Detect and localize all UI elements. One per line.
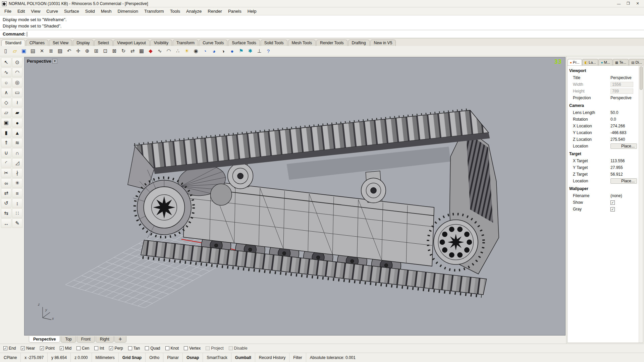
- render-ghosted-sphere-icon[interactable]: ◑: [219, 47, 227, 55]
- render-car-icon[interactable]: ◆: [146, 47, 155, 55]
- tab-select[interactable]: Select: [94, 40, 113, 46]
- viewport-tab-perspective[interactable]: Perspective: [29, 336, 60, 343]
- property-value[interactable]: Place...: [610, 143, 637, 149]
- viewport-title[interactable]: Perspective ▼: [27, 59, 57, 64]
- array-icon[interactable]: ∷: [12, 208, 22, 218]
- property-value[interactable]: 275.540: [610, 137, 639, 142]
- perspective-viewport[interactable]: Perspective ▼ 33 z y x: [24, 57, 566, 336]
- curve-icon[interactable]: ∿: [1, 68, 11, 77]
- menu-edit[interactable]: Edit: [14, 8, 28, 15]
- status-filter[interactable]: Filter: [289, 353, 306, 362]
- close-button[interactable]: ✕: [633, 1, 642, 7]
- open-file-icon[interactable]: ▱: [10, 47, 19, 55]
- ellipse-icon[interactable]: ◎: [12, 78, 22, 87]
- print-icon[interactable]: ▤: [29, 47, 37, 55]
- osnap-checkbox[interactable]: [229, 346, 233, 350]
- extrude-icon[interactable]: ⇑: [1, 138, 11, 147]
- zoom-selected-icon[interactable]: ⊡: [101, 47, 110, 55]
- copy-icon[interactable]: ≣: [47, 47, 55, 55]
- points-on-icon[interactable]: ∴: [173, 47, 182, 55]
- status-record-history[interactable]: Record History: [255, 353, 289, 362]
- menu-mesh[interactable]: Mesh: [98, 8, 115, 15]
- panel-tab-layers[interactable]: ◧ La...: [582, 59, 598, 65]
- property-value[interactable]: (none): [610, 193, 639, 198]
- freeform-icon[interactable]: ≀: [12, 98, 22, 107]
- status-x[interactable]: x -275.097: [21, 353, 48, 362]
- section-viewport[interactable]: Viewport: [568, 67, 639, 74]
- menu-analyze[interactable]: Analyze: [183, 8, 205, 15]
- delete-icon[interactable]: ✕: [38, 47, 46, 55]
- status-units[interactable]: Millimeters: [92, 353, 119, 362]
- menu-help[interactable]: Help: [245, 8, 260, 15]
- row-y-target[interactable]: Y Target 27.955: [568, 164, 639, 171]
- osnap-checkbox[interactable]: [3, 346, 7, 350]
- move-object-icon[interactable]: ⇄: [1, 188, 11, 198]
- chamfer-icon[interactable]: ◿: [12, 158, 22, 168]
- save-file-icon[interactable]: ▣: [19, 47, 28, 55]
- menu-render[interactable]: Render: [205, 8, 225, 15]
- light-icon[interactable]: ☀: [182, 47, 191, 55]
- minimize-button[interactable]: —: [614, 1, 623, 7]
- osnap-project[interactable]: Project: [206, 346, 223, 351]
- point-icon[interactable]: ⊙: [12, 58, 22, 67]
- flag-icon[interactable]: ⚑: [237, 47, 246, 55]
- row-gray[interactable]: Gray ✓: [568, 206, 639, 213]
- boolean-union-icon[interactable]: ∪: [1, 148, 11, 158]
- polygon-icon[interactable]: ◇: [1, 98, 11, 107]
- osnap-tan[interactable]: Tan: [128, 346, 140, 351]
- property-value[interactable]: 56.912: [610, 172, 639, 177]
- tab-mesh-tools[interactable]: Mesh Tools: [288, 40, 316, 46]
- property-value[interactable]: 27.955: [610, 165, 639, 170]
- box-icon[interactable]: ▣: [1, 118, 11, 127]
- menu-transform[interactable]: Transform: [141, 8, 167, 15]
- arc-icon[interactable]: ◠: [12, 68, 22, 77]
- section-wallpaper[interactable]: Wallpaper: [568, 185, 639, 192]
- status-y[interactable]: y 86.654: [48, 353, 71, 362]
- osnap-checkbox[interactable]: [94, 346, 98, 350]
- osnap-checkbox[interactable]: [21, 346, 25, 350]
- tab-standard[interactable]: Standard: [1, 40, 25, 46]
- rectangle-icon[interactable]: ▭: [12, 88, 22, 97]
- tab-transform[interactable]: Transform: [173, 40, 198, 46]
- osnap-checkbox[interactable]: [206, 346, 210, 350]
- menu-surface[interactable]: Surface: [61, 8, 82, 15]
- zoom-window-icon[interactable]: ⊞: [92, 47, 101, 55]
- rotate-object-icon[interactable]: ↺: [1, 198, 11, 208]
- property-value[interactable]: Place...: [610, 178, 637, 184]
- osnap-checkbox[interactable]: [184, 346, 188, 350]
- row-title[interactable]: Title Perspective: [568, 74, 639, 81]
- property-value[interactable]: 113.556: [610, 159, 639, 163]
- menu-dimension[interactable]: Dimension: [115, 8, 141, 15]
- new-viewport-tab[interactable]: ✛: [114, 336, 126, 343]
- panel-tab-display[interactable]: ▤ Di...: [629, 59, 644, 65]
- osnap-checkbox[interactable]: [60, 346, 64, 350]
- move-icon[interactable]: ⇄: [128, 47, 137, 55]
- new-file-icon[interactable]: ▯: [1, 47, 10, 55]
- boolean-difference-icon[interactable]: ∩: [12, 148, 22, 158]
- command-history[interactable]: Display mode set to "Wireframe". Display…: [0, 15, 644, 30]
- menu-panels[interactable]: Panels: [225, 8, 245, 15]
- menu-curve[interactable]: Curve: [43, 8, 61, 15]
- sphere-icon[interactable]: ●: [12, 118, 22, 127]
- tab-set-view[interactable]: Set View: [49, 40, 72, 46]
- axis-align-icon[interactable]: ⊥: [255, 47, 264, 55]
- status-gumball[interactable]: Gumball: [231, 353, 255, 362]
- property-value[interactable]: 0.0: [610, 117, 639, 122]
- osnap-checkbox[interactable]: [145, 346, 149, 350]
- panel-scrollbar-thumb[interactable]: [640, 66, 643, 90]
- fillet-icon[interactable]: ◜: [1, 158, 11, 168]
- explode-icon[interactable]: ✳: [12, 178, 22, 188]
- tab-surface-tools[interactable]: Surface Tools: [228, 40, 260, 46]
- osnap-quad[interactable]: Quad: [145, 346, 160, 351]
- osnap-int[interactable]: Int: [94, 346, 104, 351]
- plane-icon[interactable]: ▰: [12, 108, 22, 117]
- row-target-location[interactable]: Location Place...: [568, 178, 639, 184]
- row-width[interactable]: Width 1556: [568, 81, 639, 88]
- status-osnap[interactable]: Osnap: [183, 353, 203, 362]
- tab-solid-tools[interactable]: Solid Tools: [261, 40, 287, 46]
- tab-drafting[interactable]: Drafting: [348, 40, 370, 46]
- render-wireframe-sphere-icon[interactable]: ◔: [201, 47, 209, 55]
- paste-icon[interactable]: ▨: [56, 47, 64, 55]
- trim-icon[interactable]: ✂: [1, 168, 11, 178]
- command-line[interactable]: Command:: [0, 30, 644, 38]
